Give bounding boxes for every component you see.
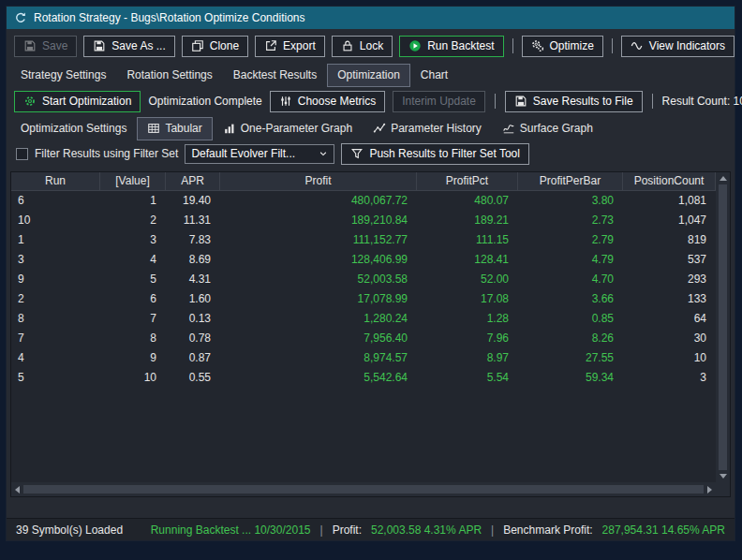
subtab-parameter-history[interactable]: Parameter History: [363, 117, 492, 140]
table-cell: 17.08: [417, 289, 518, 309]
tab-strategy-settings[interactable]: Strategy Settings: [10, 64, 116, 87]
table-cell: 6: [11, 191, 100, 211]
table-row[interactable]: 261.6017,078.9917.083.66133: [11, 289, 716, 309]
status-right-group: Running Backtest ... 10/30/2015 | Profit…: [151, 523, 725, 537]
optbar-separator: [495, 94, 496, 109]
column-header-value[interactable]: [Value]: [100, 172, 166, 190]
table-row[interactable]: 6119.40480,067.72480.073.801,081: [11, 191, 716, 211]
push-results-button[interactable]: Push Results to Filter Set Tool: [341, 143, 529, 165]
table-cell: 1.60: [166, 289, 220, 309]
table-row[interactable]: 780.787,956.407.968.2630: [11, 329, 716, 348]
table-cell: 189,210.84: [220, 211, 417, 230]
column-header-profitpct[interactable]: ProfitPct: [417, 172, 518, 190]
save-results-button[interactable]: Save Results to File: [505, 91, 643, 112]
table-row[interactable]: 954.3152,003.5852.004.70293: [11, 270, 716, 289]
table-cell: 17,078.99: [220, 289, 417, 309]
choose-metrics-button[interactable]: Choose Metrics: [270, 91, 385, 112]
column-header-run[interactable]: Run: [11, 172, 100, 190]
lock-button[interactable]: Lock: [332, 36, 393, 57]
column-header-apr[interactable]: APR: [166, 172, 220, 190]
table-cell: 8,974.57: [220, 348, 417, 368]
push-results-label: Push Results to Filter Set Tool: [369, 147, 520, 160]
subtab-label: Tabular: [165, 122, 201, 135]
table-cell: 1,280.24: [220, 309, 417, 329]
green-gear-icon: [23, 95, 37, 108]
run-backtest-label: Run Backtest: [427, 39, 494, 52]
table-cell: 52.00: [417, 270, 518, 289]
save-as-button[interactable]: Save As ...: [83, 36, 174, 57]
column-header-profit[interactable]: Profit: [220, 172, 417, 190]
vertical-scrollbar[interactable]: [716, 172, 730, 482]
subtab-one-parameter-graph[interactable]: One-Parameter Graph: [213, 117, 363, 140]
filter-checkbox-label[interactable]: Filter Results using Filter Set: [35, 147, 178, 160]
tab-backtest-results[interactable]: Backtest Results: [223, 64, 327, 87]
table-cell: 7: [11, 329, 100, 348]
lock-label: Lock: [360, 39, 383, 52]
table-cell: 6: [100, 289, 166, 309]
horizontal-scrollbar[interactable]: [11, 482, 716, 496]
filter-checkbox[interactable]: [16, 148, 28, 160]
subtab-label: Optimization Settings: [21, 122, 126, 135]
table-cell: 3.80: [518, 191, 623, 211]
table-cell: 3: [623, 368, 716, 388]
status-separator: |: [491, 523, 494, 537]
tab-optimization[interactable]: Optimization: [327, 64, 410, 87]
table-row[interactable]: 137.83111,152.77111.152.79819: [11, 230, 716, 250]
vertical-scroll-thumb[interactable]: [719, 184, 727, 470]
table-cell: 10: [100, 368, 166, 388]
clone-button[interactable]: Clone: [182, 36, 248, 57]
subtab-label: One-Parameter Graph: [241, 122, 352, 135]
clone-label: Clone: [210, 39, 239, 52]
table-cell: 9: [11, 270, 100, 289]
table-cell: 8: [11, 309, 100, 329]
table-row[interactable]: 5100.555,542.645.5459.343: [11, 368, 716, 388]
optimize-button[interactable]: Optimize: [522, 36, 603, 57]
table-row[interactable]: 870.131,280.241.280.8564: [11, 309, 716, 329]
column-header-positioncount[interactable]: PositionCount: [623, 172, 716, 190]
table-cell: 5.54: [417, 368, 518, 388]
scroll-left-icon[interactable]: [15, 486, 20, 494]
backtest-status-label: Running Backtest ... 10/30/2015: [151, 523, 311, 537]
table-cell: 111,152.77: [220, 230, 417, 250]
window-title: Rotation Strategy - Bugs\Rotation Optimi…: [34, 11, 304, 24]
subtab-surface-graph[interactable]: Surface Graph: [492, 117, 603, 140]
table-row[interactable]: 10211.31189,210.84189.212.731,047: [11, 211, 716, 230]
table-cell: 4.79: [518, 250, 623, 270]
subtab-optimization-settings[interactable]: Optimization Settings: [10, 117, 137, 140]
table-icon: [147, 122, 160, 135]
table-row[interactable]: 348.69128,406.99128.414.79537: [11, 250, 716, 270]
scroll-down-icon[interactable]: [720, 474, 727, 479]
subtab-tabular[interactable]: Tabular: [137, 117, 212, 140]
table-cell: 2: [11, 289, 100, 309]
titlebar[interactable]: Rotation Strategy - Bugs\Rotation Optimi…: [7, 7, 735, 29]
table-cell: 0.85: [518, 309, 623, 329]
filter-set-dropdown[interactable]: Default Evolver Filt...: [185, 144, 334, 164]
chevron-down-icon: [319, 149, 328, 158]
export-button[interactable]: Export: [255, 36, 325, 57]
table-cell: 59.34: [518, 368, 623, 388]
save-button[interactable]: Save: [14, 36, 77, 57]
interim-update-button[interactable]: Interim Update: [393, 91, 485, 112]
save-results-icon: [514, 95, 527, 108]
scroll-up-icon[interactable]: [720, 176, 727, 181]
table-cell: 8: [100, 329, 166, 348]
table-cell: 293: [623, 270, 716, 289]
horizontal-scroll-thumb[interactable]: [23, 485, 704, 494]
view-indicators-button[interactable]: View Indicators: [621, 36, 735, 57]
table-cell: 133: [623, 289, 716, 309]
table-row[interactable]: 490.878,974.578.9727.5510: [11, 348, 716, 368]
tab-chart[interactable]: Chart: [410, 64, 458, 87]
table-cell: 0.87: [166, 348, 220, 368]
tab-rotation-settings[interactable]: Rotation Settings: [116, 64, 222, 87]
table-cell: 8.69: [166, 250, 220, 270]
table-cell: 5: [100, 270, 166, 289]
scroll-right-icon[interactable]: [707, 486, 712, 494]
start-optimization-button[interactable]: Start Optimization: [14, 91, 141, 112]
table-cell: 7,956.40: [220, 329, 417, 348]
table-cell: 30: [623, 329, 716, 348]
column-header-profitperbar[interactable]: ProfitPerBar: [518, 172, 623, 190]
table-cell: 7.83: [166, 230, 220, 250]
toolbar-separator: [612, 38, 613, 53]
table-cell: 5,542.64: [220, 368, 417, 388]
run-backtest-button[interactable]: Run Backtest: [399, 36, 503, 57]
